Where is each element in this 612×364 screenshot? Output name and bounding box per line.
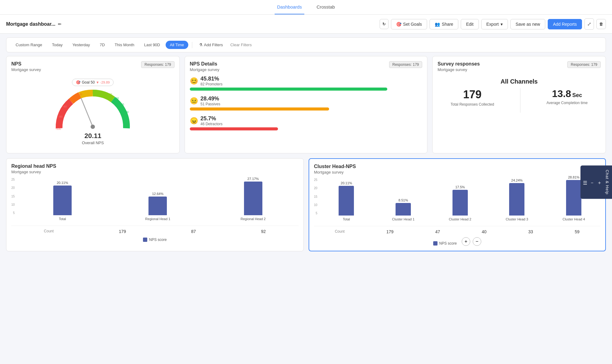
nps-value-label: Overall NPS [82,141,104,145]
bottom-cards-row: Regional head NPS Mortgage survey 25 20 … [6,158,606,251]
nps-details-subtitle: Mortgage survey [190,67,220,72]
cluster-footer-ch1: 47 [435,229,440,234]
gauge-svg: -100 -80 -60 -40 -20 0 20 40 60 80 100 [53,88,133,134]
expand-button[interactable]: ⤢ [584,18,594,30]
filter-7d[interactable]: 7D [96,41,109,49]
goal-delta: ▼ -29.89 [96,81,110,84]
share-button[interactable]: 👥 Share [430,19,458,29]
zoom-out-button[interactable]: − [473,237,481,246]
edit-title-icon[interactable]: ✏ [58,22,62,27]
survey-responses-badge: Responses: 179 [567,61,601,68]
filter-custom-range[interactable]: Custom Range [11,41,47,49]
cluster-footer-ch4: 59 [575,229,580,234]
nps-detractors-header: 😠 25.7% 46 Detractors [190,115,422,126]
nps-detractors-item: 😠 25.7% 46 Detractors [190,115,422,130]
cluster-bottom-bar: NPS score + − [314,237,601,246]
detractors-pct: 25.7% [201,115,223,122]
svg-point-12 [91,125,95,129]
regional-chart-footer: Count 179 87 92 [11,226,298,234]
share-icon: 👥 [435,22,440,27]
cluster-card-header: Cluster Head-NPS Mortgage survey ··· [314,164,601,174]
svg-text:-40: -40 [71,98,75,101]
passives-bar [190,107,329,111]
regional-count-label: Count [44,229,54,233]
filter-yesterday[interactable]: Yesterday [68,41,94,49]
svg-text:80: 80 [121,103,124,106]
cluster-chart-footer: Count 179 47 40 33 59 [314,226,601,234]
regional-chart-container: 25 20 15 10 5 20.11% Total 12.64% R [11,178,298,221]
top-cards-row: NPS Mortgage survey Responses: 179 🎯 Goa… [6,56,606,153]
edit-button[interactable]: Edit [461,19,479,29]
tab-dashboards[interactable]: Dashboards [275,0,304,14]
delete-button[interactable]: 🗑 [596,19,606,29]
clear-filters-button[interactable]: Clear Filters [227,41,255,49]
detractors-bar [190,127,278,130]
survey-titles: Survey responses Mortgage survey [437,61,480,72]
nps-details-responses-badge: Responses: 179 [389,61,422,68]
cluster-bar-ch2: 17.5% Cluster Head 2 [434,185,487,221]
nps-passives-item: 😐 28.49% 51 Passives [190,96,422,111]
nps-value: 20.11 [84,132,101,140]
regional-legend-label: NPS score [149,238,167,242]
passives-emoji: 😐 [190,97,198,105]
filter-icon: ⚗ [199,43,203,47]
export-button[interactable]: Export ▾ [481,19,508,29]
nps-details-items: 😊 45.81% 82 Promoters 😐 28.49% [190,76,422,130]
stats-divider [520,88,520,113]
svg-text:60: 60 [116,97,119,100]
nps-promoters-header: 😊 45.81% 82 Promoters [190,76,422,86]
tab-crosstab[interactable]: Crosstab [314,0,337,14]
cluster-bar-total: 20.11% Total [320,181,373,221]
chat-icon-btn-3[interactable]: ☰ [583,180,587,186]
filter-bar: Custom Range Today Yesterday 7D This Mon… [6,37,606,52]
filter-today[interactable]: Today [48,41,67,49]
avg-time-unit: Sec [572,92,582,98]
passives-label: 51 Passives [201,102,220,106]
zoom-in-button[interactable]: + [462,237,470,246]
chat-help-sidebar[interactable]: Chat & Help ＋ － ☰ [580,165,612,199]
regional-head-nps-card: Regional head NPS Mortgage survey 25 20 … [6,158,304,251]
reload-button[interactable]: ↻ [380,19,389,29]
cluster-legend-label: NPS score [439,241,457,246]
nps-card-titles: NPS Mortgage survey [11,61,41,72]
nps-passives-header: 😐 28.49% 51 Passives [190,96,422,106]
chat-icon-btn-2[interactable]: － [590,180,595,186]
chat-icon-btn-1[interactable]: ＋ [597,180,602,186]
reload-icon: ↻ [382,22,386,26]
set-goals-button[interactable]: 🎯 Set Goals [391,19,427,29]
detractors-label: 46 Detractors [201,122,223,126]
cluster-chart-container: 25 20 15 10 5 20.11% Total 8.51% Cl [314,178,601,221]
nps-details-title: NPS Details [190,61,220,67]
avg-time-value-row: 13.8 Sec [546,88,588,99]
detractors-emoji: 😠 [190,117,198,125]
top-navigation: Dashboards Crosstab [0,0,612,15]
regional-bar-rh2-bar [244,182,262,215]
regional-footer-rh1: 87 [191,229,196,234]
regional-footer-total: 179 [119,229,126,234]
goal-label: Goal 50 [82,80,95,84]
add-filters-button[interactable]: ⚗ Add Filters [196,41,226,49]
cluster-bar-chart: 20.11% Total 8.51% Cluster Head 1 17.5% … [320,184,600,221]
nps-promoters-item: 😊 45.81% 82 Promoters [190,76,422,91]
save-as-new-button[interactable]: Save as new [510,19,545,29]
nps-details-titles: NPS Details Mortgage survey [190,61,220,72]
total-responses-block: 179 Total Responses Collected [451,88,494,113]
regional-titles: Regional head NPS Mortgage survey [11,163,56,174]
filter-this-month[interactable]: This Month [110,41,138,49]
nps-card-header: NPS Mortgage survey Responses: 179 [11,61,175,72]
chat-help-label: Chat & Help [605,170,610,194]
cluster-title: Cluster Head-NPS [314,164,356,169]
header-bar: Mortgage dashboar... ✏ ↻ 🎯 Set Goals 👥 S… [0,15,612,34]
add-reports-button[interactable]: Add Reports [548,19,582,29]
regional-bar-rh1: 12.64% Regional Head 1 [113,192,203,221]
regional-legend: NPS score [11,238,298,242]
svg-text:0: 0 [90,91,92,94]
regional-bar-rh2: 27.17% Regional Head 2 [208,177,298,221]
svg-text:-60: -60 [63,105,67,108]
filter-all-time[interactable]: All Time [166,41,188,49]
nps-details-header: NPS Details Mortgage survey Responses: 1… [190,61,422,72]
filter-last-90d[interactable]: Last 90D [140,41,164,49]
nps-subtitle: Mortgage survey [11,67,41,72]
svg-text:-100: -100 [55,127,61,130]
cluster-bar-ch3: 24.24% Cluster Head 3 [490,178,544,221]
